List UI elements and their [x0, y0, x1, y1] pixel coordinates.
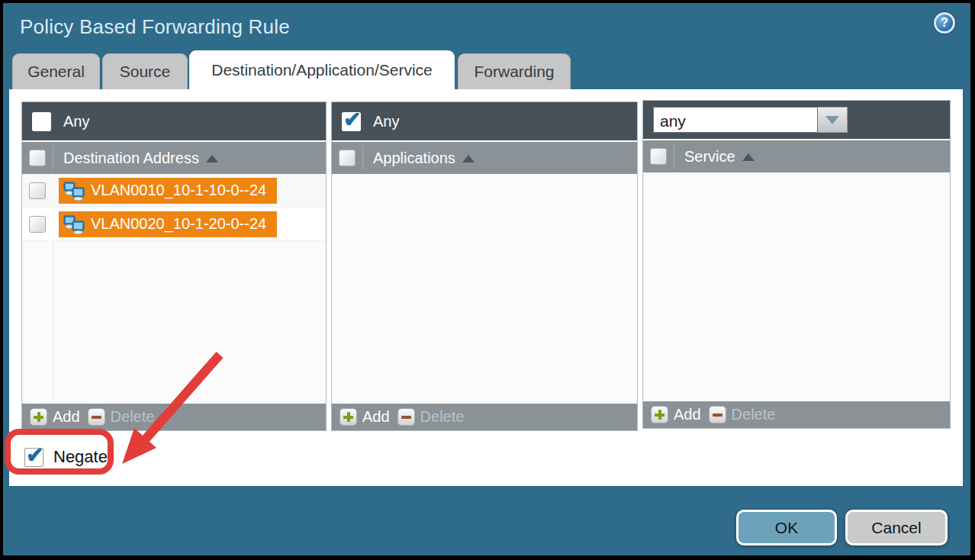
destination-column-header: Destination Address: [22, 140, 326, 174]
service-panel: any Service Add: [642, 100, 951, 429]
row-checkbox[interactable]: [29, 216, 46, 233]
applications-toolbar: Add Delete: [332, 402, 637, 430]
destination-any-label: Any: [63, 113, 89, 130]
destination-address-panel: Any Destination Address: [21, 101, 327, 431]
tab-forwarding[interactable]: Forwarding: [458, 53, 571, 89]
dialog-title: Policy Based Forwarding Rule: [20, 15, 290, 39]
add-button[interactable]: Add: [30, 408, 80, 426]
column-separator: [53, 146, 53, 170]
negate-checkbox[interactable]: [24, 448, 43, 467]
applications-any-checkbox[interactable]: [342, 112, 361, 131]
network-address-icon: [63, 181, 85, 201]
applications-any-bar: Any: [332, 102, 637, 140]
plus-icon: [339, 408, 357, 426]
service-dropdown-value[interactable]: any: [653, 107, 818, 133]
applications-panel: Any Applications Add Delete: [331, 101, 638, 431]
cancel-button[interactable]: Cancel: [845, 510, 948, 546]
delete-button[interactable]: Delete: [397, 408, 465, 426]
destination-select-all-checkbox[interactable]: [29, 150, 46, 166]
destination-any-bar: Any: [22, 102, 326, 140]
add-button[interactable]: Add: [339, 408, 390, 426]
tab-destination-application-service[interactable]: Destination/Application/Service: [189, 50, 455, 89]
applications-select-all-checkbox[interactable]: [339, 150, 356, 166]
service-list: [643, 172, 950, 400]
plus-icon: [651, 406, 668, 423]
help-icon[interactable]: ?: [934, 12, 955, 34]
sort-ascending-icon[interactable]: [462, 155, 475, 163]
chevron-down-icon: [825, 116, 839, 124]
service-column-header: Service: [643, 139, 950, 172]
policy-based-forwarding-dialog: Policy Based Forwarding Rule ? General S…: [3, 3, 970, 555]
table-row[interactable]: VLAN0010_10-1-10-0--24: [22, 174, 326, 208]
destination-toolbar: Add Delete: [22, 402, 326, 430]
plus-icon: [30, 408, 47, 426]
destination-column-label: Destination Address: [63, 150, 199, 167]
sort-ascending-icon[interactable]: [742, 153, 755, 161]
table-row[interactable]: VLAN0020_10-1-20-0--24: [22, 208, 326, 241]
network-address-icon: [63, 214, 85, 234]
applications-any-label: Any: [373, 113, 399, 130]
service-column-label: Service: [684, 148, 735, 166]
service-toolbar: Add Delete: [643, 400, 950, 428]
column-separator: [362, 146, 363, 170]
address-object-name: VLAN0020_10-1-20-0--24: [91, 215, 266, 233]
ok-button[interactable]: OK: [736, 510, 837, 546]
service-header-bar: any: [643, 101, 950, 139]
delete-button[interactable]: Delete: [709, 406, 776, 423]
address-object-tag[interactable]: VLAN0010_10-1-10-0--24: [59, 178, 277, 204]
destination-any-checkbox[interactable]: [32, 112, 51, 131]
row-checkbox[interactable]: [29, 182, 46, 199]
address-object-tag[interactable]: VLAN0020_10-1-20-0--24: [59, 211, 277, 237]
address-object-name: VLAN0010_10-1-10-0--24: [91, 182, 266, 199]
service-dropdown[interactable]: any: [653, 107, 848, 133]
destination-address-list: VLAN0010_10-1-10-0--24: [22, 174, 326, 402]
delete-button[interactable]: Delete: [88, 408, 155, 426]
applications-list: [332, 174, 637, 402]
applications-column-header: Applications: [332, 140, 637, 174]
dropdown-button[interactable]: [818, 107, 848, 133]
tab-source[interactable]: Source: [102, 53, 188, 89]
negate-label: Negate: [53, 447, 108, 467]
applications-column-label: Applications: [373, 150, 455, 167]
tab-content: Any Destination Address: [9, 89, 963, 486]
minus-icon: [397, 408, 415, 426]
column-separator: [674, 144, 674, 169]
minus-icon: [709, 406, 726, 423]
sort-ascending-icon[interactable]: [206, 155, 218, 163]
add-button[interactable]: Add: [651, 406, 701, 423]
minus-icon: [88, 408, 105, 426]
negate-row: Negate: [24, 447, 108, 467]
tab-general[interactable]: General: [12, 53, 100, 89]
service-select-all-checkbox[interactable]: [650, 148, 667, 165]
